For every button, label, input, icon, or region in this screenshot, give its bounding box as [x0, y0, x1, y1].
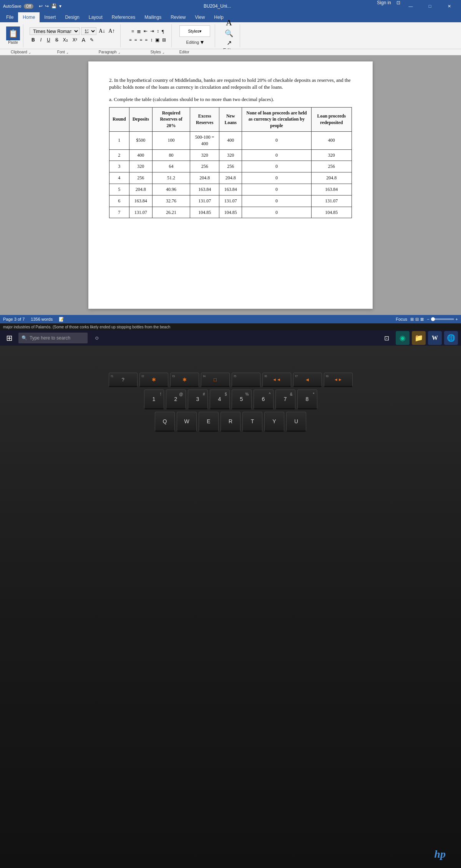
clipboard-expand-icon[interactable]: ⌟	[29, 50, 30, 54]
maximize-button[interactable]: □	[421, 0, 439, 12]
key-7[interactable]: & 7	[275, 389, 295, 409]
key-8[interactable]: * 8	[297, 389, 317, 409]
find-icon[interactable]: 🔍	[225, 29, 233, 38]
shading-button[interactable]: ▣	[154, 36, 160, 44]
borders-button[interactable]: ⊞	[161, 36, 167, 44]
key-6[interactable]: ^ 6	[254, 389, 274, 409]
key-f5[interactable]: f5	[232, 373, 260, 387]
font-color-button[interactable]: A	[80, 36, 87, 44]
save-icon[interactable]: 💾	[51, 3, 57, 9]
font-name-select[interactable]: Times New Roman	[30, 27, 80, 35]
cell-r4-c1: 4	[109, 172, 129, 184]
minimize-button[interactable]: —	[402, 0, 420, 12]
redo-icon[interactable]: ↪	[45, 3, 49, 9]
key-f8[interactable]: f8 ◄►	[324, 373, 353, 387]
italic-button[interactable]: I	[38, 36, 43, 43]
key-y[interactable]: Y	[264, 412, 284, 432]
align-center-button[interactable]: ≡	[134, 36, 138, 44]
line-spacing-button[interactable]: ↕	[149, 36, 153, 44]
zoom-minus-icon[interactable]: −	[427, 317, 429, 321]
focus-label[interactable]: Focus	[396, 317, 407, 321]
share-icon[interactable]: ⊡	[396, 0, 400, 12]
bold-button[interactable]: B	[30, 36, 37, 43]
styles-dropdown[interactable]: Styles ▾	[179, 25, 210, 37]
key-r[interactable]: R	[221, 412, 240, 432]
highlight-button[interactable]: ✎	[88, 36, 95, 44]
taskbar-virtual-desktop[interactable]: ⊡	[380, 331, 393, 345]
key-3[interactable]: # 3	[188, 389, 208, 409]
web-view-icon[interactable]: ⊟	[415, 317, 419, 322]
key-1[interactable]: ! 1	[144, 389, 164, 409]
key-f7[interactable]: f7 ◄	[293, 373, 322, 387]
tab-references[interactable]: References	[107, 12, 140, 22]
taskbar-search-area[interactable]: 🔍 Type here to search	[18, 333, 88, 343]
tab-home[interactable]: Home	[18, 12, 40, 22]
f6-fn-label: f6	[265, 374, 267, 378]
paragraph-expand-icon[interactable]: ⌟	[118, 50, 120, 54]
taskbar-chrome[interactable]: 🌐	[444, 331, 458, 345]
cell-r4-c4: 204.8	[190, 172, 219, 184]
key-f4[interactable]: f4 □	[201, 373, 230, 387]
f1-fn-label: f1	[111, 374, 114, 378]
tab-design[interactable]: Design	[60, 12, 84, 22]
key-w[interactable]: W	[177, 412, 197, 432]
cell-r6-c6: 0	[242, 195, 311, 207]
cursor-icon: ↗	[227, 39, 232, 46]
proofing-icon[interactable]: 📝	[59, 317, 64, 322]
tab-review[interactable]: Review	[166, 12, 190, 22]
undo-icon[interactable]: ↩	[39, 3, 43, 9]
tab-file[interactable]: File	[2, 12, 18, 22]
font-size-select[interactable]: 12	[81, 27, 96, 35]
sign-in-button[interactable]: Sign in	[373, 0, 395, 12]
close-button[interactable]: ✕	[440, 0, 458, 12]
key-f3[interactable]: f3 ✱	[170, 373, 199, 387]
key-t[interactable]: T	[242, 412, 262, 432]
key-f2[interactable]: f2 ✱	[139, 373, 168, 387]
decrease-font-icon[interactable]: A↓	[98, 27, 106, 35]
bullets-button[interactable]: ≡	[131, 28, 135, 35]
zoom-slider[interactable]: − +	[427, 317, 458, 321]
styles-expand-icon[interactable]: ⌟	[163, 50, 164, 54]
underline-button[interactable]: U	[45, 36, 52, 43]
key-q[interactable]: Q	[155, 412, 175, 432]
taskbar-explorer[interactable]: 📁	[412, 331, 426, 345]
paragraph-label-container: Paragraph ⌟	[76, 50, 128, 54]
cortana-button[interactable]: ○	[91, 332, 103, 344]
key-f6[interactable]: f6 ◄◄	[262, 373, 291, 387]
key-u[interactable]: U	[286, 412, 306, 432]
autosave-toggle[interactable]: Off	[24, 4, 33, 9]
subscript-button[interactable]: X₂	[61, 36, 70, 43]
sort-button[interactable]: ↕	[156, 28, 160, 35]
key-2[interactable]: @ 2	[166, 389, 186, 409]
key-4[interactable]: $ 4	[210, 389, 230, 409]
numbering-button[interactable]: ≣	[136, 28, 142, 35]
dropdown-icon[interactable]: ▾	[59, 3, 61, 9]
key-5[interactable]: % 5	[232, 389, 252, 409]
taskbar-word[interactable]: W	[428, 331, 442, 345]
taskbar-edge[interactable]: ◉	[396, 331, 410, 345]
zoom-plus-icon[interactable]: +	[456, 317, 458, 321]
start-button[interactable]: ⊞	[3, 332, 15, 344]
align-left-button[interactable]: ≡	[128, 36, 133, 44]
key-e[interactable]: E	[199, 412, 219, 432]
tab-view[interactable]: View	[191, 12, 210, 22]
tab-insert[interactable]: Insert	[40, 12, 60, 22]
indent-inc-button[interactable]: ⇥	[149, 28, 155, 35]
increase-font-icon[interactable]: A↑	[108, 27, 116, 35]
pilcrow-button[interactable]: ¶	[161, 28, 165, 35]
tab-layout[interactable]: Layout	[84, 12, 107, 22]
editing-dropdown-icon[interactable]: ▾	[201, 38, 204, 46]
tab-mailings[interactable]: Mailings	[140, 12, 166, 22]
align-right-button[interactable]: ≡	[139, 36, 143, 44]
search-icon: 🔍	[22, 335, 27, 341]
document-area[interactable]: 2. In the hypothetical country of Middle…	[0, 55, 461, 315]
superscript-button[interactable]: X²	[71, 36, 79, 43]
print-view-icon[interactable]: ⊞	[410, 317, 414, 322]
key-f1[interactable]: f1 ?	[109, 373, 138, 387]
strikethrough-button[interactable]: S	[54, 36, 60, 43]
justify-button[interactable]: ≡	[144, 36, 149, 44]
font-expand-icon[interactable]: ⌟	[66, 50, 68, 54]
paste-button[interactable]: 📋 Paste	[6, 27, 20, 45]
read-view-icon[interactable]: ⊠	[420, 317, 424, 322]
indent-dec-button[interactable]: ⇤	[143, 28, 148, 35]
